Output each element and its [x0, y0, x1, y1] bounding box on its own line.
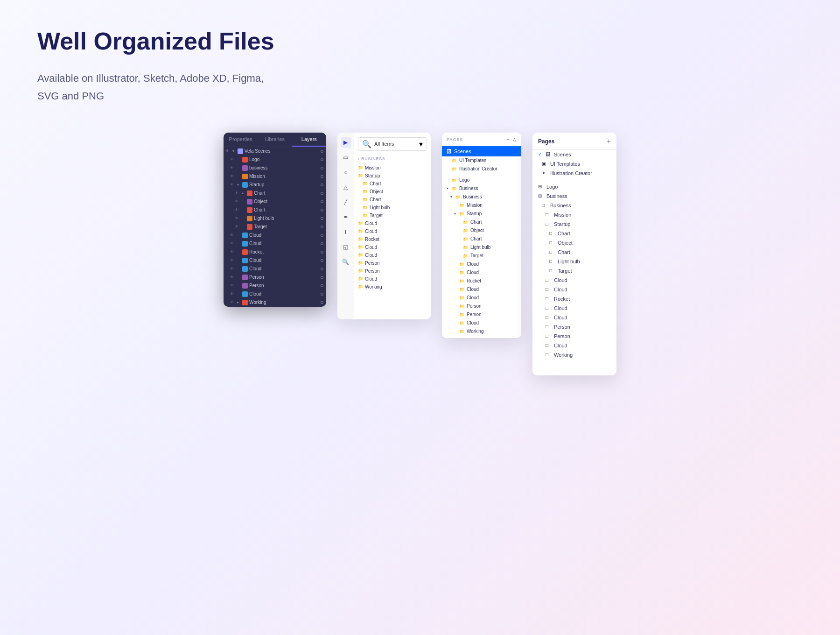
add-page-button[interactable]: + — [506, 136, 510, 143]
figma-tree-row[interactable]: ▾📁Business — [442, 193, 521, 201]
visibility-icon[interactable]: 👁 — [230, 267, 236, 271]
dark-tree-row[interactable]: 👁Object — [224, 198, 326, 206]
figma-tree-row[interactable]: 📁Person — [442, 310, 521, 319]
clean-tree-row[interactable]: □Chart — [532, 229, 616, 238]
figma-tree-row[interactable]: 📁UI Templates — [442, 156, 521, 165]
tab-layers[interactable]: Layers — [292, 133, 326, 147]
white-tree-row[interactable]: 📁Cloud — [358, 219, 427, 227]
figma-tree-row[interactable]: 📁Illustration Creator — [442, 165, 521, 173]
white-tree-row[interactable]: 📁Person — [358, 267, 427, 275]
clean-tree-row[interactable]: ▣UI Templates — [532, 159, 616, 169]
visibility-icon[interactable]: 👁 — [230, 258, 236, 262]
clean-tree-row[interactable]: ✓🖼Scenes — [532, 150, 616, 159]
visibility-icon[interactable]: 👁 — [230, 283, 236, 288]
dark-tree-row[interactable]: 👁Chart — [224, 206, 326, 214]
visibility-icon[interactable]: 👁 — [235, 191, 240, 195]
figma-tree-row[interactable]: 📁Working — [442, 327, 521, 336]
figma-tree-row[interactable]: ▾📁Startup — [442, 210, 521, 218]
dark-tree-row[interactable]: 👁Cloud — [224, 231, 326, 240]
visibility-icon[interactable]: 👁 — [235, 199, 240, 204]
dark-tree-row[interactable]: 👁Target — [224, 223, 326, 231]
figma-tree-row[interactable]: 📁Mission — [442, 201, 521, 210]
tool-line[interactable]: ╱ — [341, 197, 351, 207]
dark-tree-row[interactable]: 👁Person — [224, 273, 326, 282]
white-tree-row[interactable]: 📁Cloud — [358, 275, 427, 283]
tool-zoom[interactable]: 🔍 — [341, 257, 351, 267]
tool-select[interactable]: ▶ — [341, 137, 351, 148]
figma-tree-row[interactable]: 📁Logo — [442, 176, 521, 184]
white-tree-row[interactable]: 📁Object — [358, 188, 427, 196]
tab-properties[interactable]: Properties — [224, 133, 258, 147]
visibility-icon[interactable]: 👁 — [225, 149, 231, 153]
visibility-icon[interactable]: 👁 — [230, 292, 236, 296]
add-button[interactable]: + — [607, 137, 611, 146]
visibility-icon[interactable]: 👁 — [230, 300, 236, 304]
white-tree-row[interactable]: 📁Startup — [358, 172, 427, 180]
clean-tree-row[interactable]: □Cloud — [532, 303, 616, 313]
figma-tree-row[interactable]: 📁Cloud — [442, 319, 521, 327]
dark-tree-row[interactable]: 👁Logo — [224, 155, 326, 164]
figma-tree-row[interactable]: 📁Rocket — [442, 277, 521, 285]
dark-tree-row[interactable]: 👁Mission — [224, 172, 326, 181]
clean-tree-row[interactable]: □Object — [532, 238, 616, 247]
clean-tree-row[interactable]: □Light bulb — [532, 257, 616, 266]
white-tree-row[interactable]: 📁Working — [358, 283, 427, 291]
dark-tree-row[interactable]: 👁▸Working — [224, 298, 326, 307]
clean-tree-row[interactable]: □Target — [532, 266, 616, 275]
tool-triangle[interactable]: △ — [341, 182, 351, 192]
white-tree-row[interactable]: 📁Chart — [358, 180, 427, 188]
figma-tree-row[interactable]: 📁Cloud — [442, 285, 521, 294]
tool-rect[interactable]: ▭ — [341, 152, 351, 162]
visibility-icon[interactable]: 👁 — [235, 225, 240, 229]
tool-ellipse[interactable]: ○ — [341, 167, 351, 177]
clean-tree-row[interactable]: □Cloud — [532, 275, 616, 285]
clean-tree-row[interactable]: □Cloud — [532, 341, 616, 350]
dark-tree-row[interactable]: 👁business — [224, 164, 326, 172]
clean-tree-row[interactable]: ⊞Logo — [532, 182, 616, 191]
white-tree-row[interactable]: 📁Mission — [358, 164, 427, 172]
visibility-icon[interactable]: 👁 — [230, 233, 236, 237]
white-tree-row[interactable]: 📁Cloud — [358, 227, 427, 235]
clean-tree-row[interactable]: □Startup — [532, 219, 616, 229]
collapse-button[interactable]: ∧ — [512, 136, 517, 143]
visibility-icon[interactable]: 👁 — [230, 157, 236, 162]
visibility-icon[interactable]: 👁 — [230, 275, 236, 279]
clean-tree-row[interactable]: □Chart — [532, 247, 616, 257]
visibility-icon[interactable]: 👁 — [235, 216, 240, 220]
clean-tree-row[interactable]: ✦Illustration Creator — [532, 169, 616, 178]
clean-tree-row[interactable]: □Working — [532, 350, 616, 360]
clean-tree-row[interactable]: □Cloud — [532, 285, 616, 294]
white-tree-row[interactable]: 📁Cloud — [358, 251, 427, 259]
search-bar[interactable]: 🔍 ▾ — [358, 137, 427, 151]
dark-tree-row[interactable]: 👁▾Startup — [224, 181, 326, 189]
dark-tree-row[interactable]: 👁Person — [224, 282, 326, 290]
search-input[interactable] — [374, 141, 416, 147]
visibility-icon[interactable]: 👁 — [230, 166, 236, 170]
white-tree-row[interactable]: 📁Light bulb — [358, 204, 427, 212]
figma-tree-row[interactable]: 📁Object — [442, 226, 521, 235]
white-tree-row[interactable]: 📁Person — [358, 259, 427, 267]
active-page[interactable]: 🖼 Scenes — [442, 146, 521, 156]
clean-tree-row[interactable]: □Business — [532, 201, 616, 210]
dark-tree-row[interactable]: 👁Light bulb — [224, 214, 326, 223]
clean-tree-row[interactable]: □Cloud — [532, 313, 616, 322]
figma-tree-row[interactable]: 📁Cloud — [442, 294, 521, 302]
clean-tree-row[interactable]: □Mission — [532, 210, 616, 219]
figma-tree-row[interactable]: 📁Light bulb — [442, 243, 521, 252]
dark-tree-row[interactable]: 👁Cloud — [224, 240, 326, 248]
figma-tree-row[interactable]: 📁Chart — [442, 218, 521, 226]
white-tree-row[interactable]: 📁Rocket — [358, 235, 427, 243]
figma-tree-row[interactable]: 📁Target — [442, 252, 521, 260]
visibility-icon[interactable]: 👁 — [230, 174, 236, 178]
clean-tree-row[interactable]: ⊞Business — [532, 191, 616, 201]
clean-tree-row[interactable]: □Person — [532, 322, 616, 332]
white-tree-row[interactable]: 📁Target — [358, 212, 427, 219]
dark-tree-row[interactable]: 👁Cloud — [224, 290, 326, 298]
white-tree-row[interactable]: 📁Cloud — [358, 243, 427, 251]
dark-tree-row[interactable]: 👁Rocket — [224, 248, 326, 256]
tool-pen[interactable]: ✒ — [341, 212, 351, 222]
tab-libraries[interactable]: Libraries — [258, 133, 292, 147]
dark-tree-row[interactable]: 👁Cloud — [224, 256, 326, 265]
figma-tree-row[interactable]: 📁Chart — [442, 235, 521, 243]
visibility-icon[interactable]: 👁 — [235, 208, 240, 212]
